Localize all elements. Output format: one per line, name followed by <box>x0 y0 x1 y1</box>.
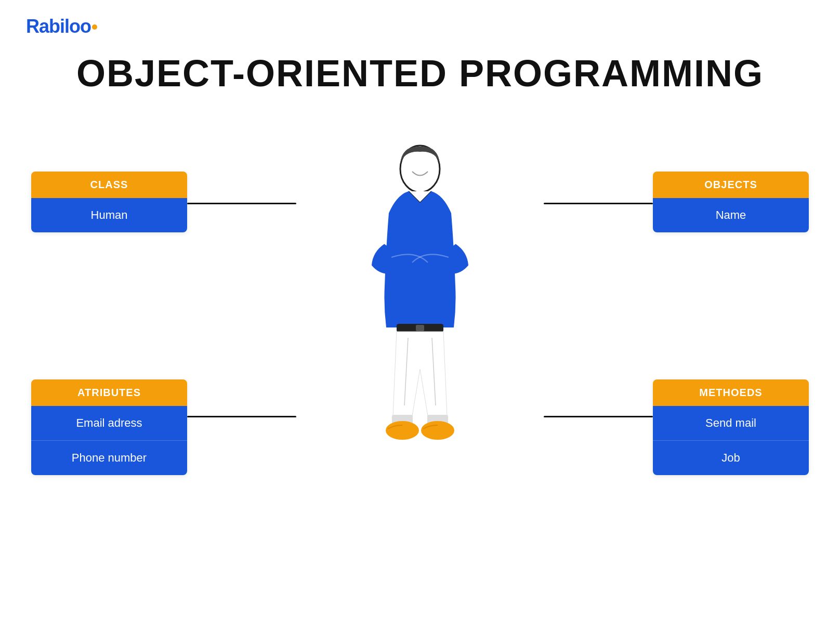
methods-item-sendmail: Send mail <box>653 406 809 441</box>
connector-top-right <box>544 203 653 204</box>
methods-item-job: Job <box>653 441 809 475</box>
logo-text: Rabiloo <box>26 16 91 37</box>
objects-item-name: Name <box>653 198 809 232</box>
attributes-card-body: Email adress Phone number <box>31 406 187 475</box>
objects-card: OBJECTS Name <box>653 172 809 232</box>
logo: Rabiloo <box>26 16 97 37</box>
svg-point-7 <box>386 421 419 440</box>
svg-point-8 <box>421 421 454 440</box>
class-card: CLASS Human <box>31 172 187 232</box>
logo-dot <box>92 24 97 30</box>
objects-card-body: Name <box>653 198 809 232</box>
attributes-card: ATRIBUTES Email adress Phone number <box>31 379 187 475</box>
methods-card-body: Send mail Job <box>653 406 809 475</box>
attributes-item-email: Email adress <box>31 406 187 441</box>
methods-card: METHOEDS Send mail Job <box>653 379 809 475</box>
connector-top-left <box>187 203 296 204</box>
class-item-human: Human <box>31 198 187 232</box>
attributes-item-phone: Phone number <box>31 441 187 475</box>
svg-rect-2 <box>416 325 424 331</box>
objects-card-header: OBJECTS <box>653 172 809 198</box>
connector-bottom-right <box>544 416 653 417</box>
methods-card-header: METHOEDS <box>653 379 809 406</box>
class-card-body: Human <box>31 198 187 232</box>
page-title: OBJECT-ORIENTED PROGRAMMING <box>0 52 840 95</box>
human-figure <box>352 140 488 494</box>
class-card-header: CLASS <box>31 172 187 198</box>
attributes-card-header: ATRIBUTES <box>31 379 187 406</box>
connector-bottom-left <box>187 416 296 417</box>
